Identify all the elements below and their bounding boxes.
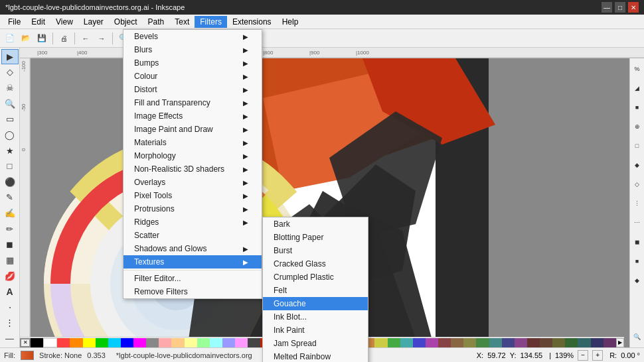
filter-distort[interactable]: Distort▶ xyxy=(123,83,262,96)
filter-overlays[interactable]: Overlays▶ xyxy=(123,176,262,189)
filter-materials[interactable]: Materials▶ xyxy=(123,136,262,149)
filter-bevels[interactable]: Bevels▶ xyxy=(123,30,262,43)
filter-image-effects[interactable]: Image Effects▶ xyxy=(123,109,262,123)
filter-colour[interactable]: Colour▶ xyxy=(123,70,262,83)
filter-non-realistic[interactable]: Non-Realistic 3D shaders▶ xyxy=(123,162,262,176)
filter-remove[interactable]: Remove Filters xyxy=(123,285,262,298)
filter-scatter[interactable]: Scatter xyxy=(123,229,262,242)
filter-editor[interactable]: Filter Editor... xyxy=(123,272,262,285)
texture-melted-rainbow[interactable]: Melted Rainbow xyxy=(263,350,368,362)
texture-cracked-glass[interactable]: Cracked Glass xyxy=(263,257,368,271)
dropdown-overlay: Bevels▶ Blurs▶ Bumps▶ Colour▶ Distort▶ F… xyxy=(0,0,644,362)
texture-gouache[interactable]: Gouache xyxy=(263,297,368,310)
texture-bark[interactable]: Bark xyxy=(263,217,368,231)
filter-fill-transparency[interactable]: Fill and Transparency▶ xyxy=(123,96,262,109)
texture-blotting-paper[interactable]: Blotting Paper xyxy=(263,231,368,244)
filter-pixel-tools[interactable]: Pixel Tools▶ xyxy=(123,189,262,202)
filter-textures[interactable]: Textures▶ xyxy=(123,255,262,269)
filter-protrusions[interactable]: Protrusions▶ xyxy=(123,202,262,215)
texture-felt[interactable]: Felt xyxy=(263,284,368,297)
filter-blurs[interactable]: Blurs▶ xyxy=(123,43,262,56)
filter-shadows-glows[interactable]: Shadows and Glows▶ xyxy=(123,242,262,255)
filters-dropdown: Bevels▶ Blurs▶ Bumps▶ Colour▶ Distort▶ F… xyxy=(123,29,262,299)
texture-jam-spread[interactable]: Jam Spread xyxy=(263,337,368,350)
filter-image-paint[interactable]: Image Paint and Draw▶ xyxy=(123,123,262,136)
filter-morphology[interactable]: Morphology▶ xyxy=(123,149,262,162)
texture-ink-blot[interactable]: Ink Blot... xyxy=(263,310,368,324)
texture-ink-paint[interactable]: Ink Paint xyxy=(263,324,368,337)
filter-ridges[interactable]: Ridges▶ xyxy=(123,215,262,229)
textures-submenu: Bark Blotting Paper Burst Cracked Glass … xyxy=(262,217,368,362)
filter-separator xyxy=(123,270,262,271)
filter-bumps[interactable]: Bumps▶ xyxy=(123,56,262,70)
texture-crumpled-plastic[interactable]: Crumpled Plastic xyxy=(263,271,368,284)
texture-burst[interactable]: Burst xyxy=(263,244,368,257)
